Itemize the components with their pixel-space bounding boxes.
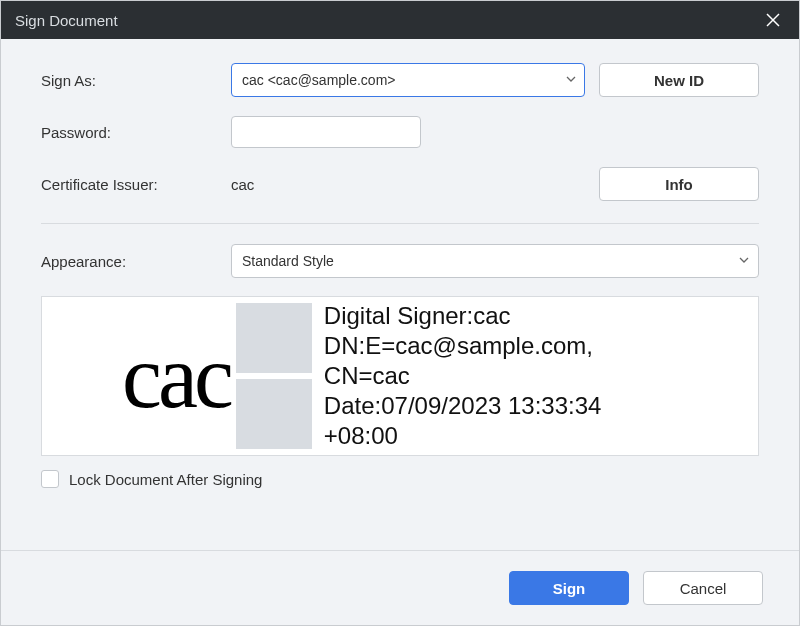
chevron-down-icon xyxy=(738,253,750,269)
sign-document-dialog: Sign Document Sign As: cac <cac@sample.c… xyxy=(0,0,800,626)
dialog-footer: Sign Cancel xyxy=(1,551,799,625)
lock-row: Lock Document After Signing xyxy=(41,470,759,488)
cert-issuer-row: Certificate Issuer: cac Info xyxy=(41,167,759,201)
divider xyxy=(41,223,759,224)
preview-line: Date:07/09/2023 13:33:34 xyxy=(324,391,602,421)
signature-preview: cac Digital Signer:cac DN:E=cac@sample.c… xyxy=(41,296,759,456)
password-label: Password: xyxy=(41,124,231,141)
preview-line: Digital Signer:cac xyxy=(324,301,602,331)
close-button[interactable] xyxy=(757,4,789,36)
cert-issuer-label: Certificate Issuer: xyxy=(41,176,231,193)
preview-details: Digital Signer:cac DN:E=cac@sample.com, … xyxy=(324,301,602,451)
new-id-button[interactable]: New ID xyxy=(599,63,759,97)
info-button[interactable]: Info xyxy=(599,167,759,201)
sign-button[interactable]: Sign xyxy=(509,571,629,605)
preview-line: DN:E=cac@sample.com, xyxy=(324,331,602,361)
appearance-value: Standard Style xyxy=(242,253,334,269)
stamp-icon xyxy=(236,303,314,449)
titlebar: Sign Document xyxy=(1,1,799,39)
preview-line: +08:00 xyxy=(324,421,602,451)
lock-checkbox[interactable] xyxy=(41,470,59,488)
sign-as-label: Sign As: xyxy=(41,72,231,89)
dialog-content: Sign As: cac <cac@sample.com> New ID Pas… xyxy=(1,39,799,550)
appearance-select[interactable]: Standard Style xyxy=(231,244,759,278)
sign-as-value: cac <cac@sample.com> xyxy=(242,72,396,88)
appearance-row: Appearance: Standard Style xyxy=(41,244,759,278)
preview-line: CN=cac xyxy=(324,361,602,391)
lock-label: Lock Document After Signing xyxy=(69,471,262,488)
cert-issuer-value: cac xyxy=(231,176,585,193)
dialog-title: Sign Document xyxy=(15,12,757,29)
close-icon xyxy=(766,13,780,27)
sign-as-row: Sign As: cac <cac@sample.com> New ID xyxy=(41,63,759,97)
cancel-button[interactable]: Cancel xyxy=(643,571,763,605)
password-row: Password: xyxy=(41,115,759,149)
password-input[interactable] xyxy=(231,116,421,148)
appearance-label: Appearance: xyxy=(41,253,231,270)
sign-as-select[interactable]: cac <cac@sample.com> xyxy=(231,63,585,97)
preview-name: cac xyxy=(122,325,230,428)
